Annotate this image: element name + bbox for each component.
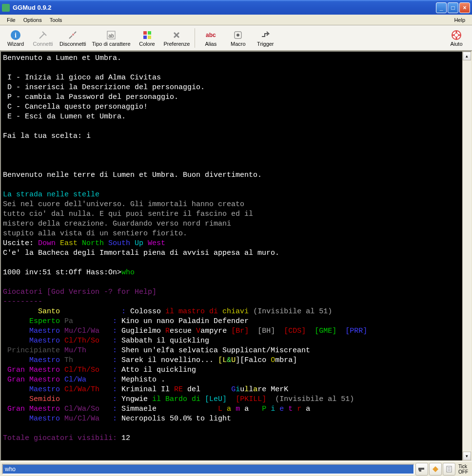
app-icon — [2, 4, 10, 12]
t: RE — [174, 385, 183, 394]
player-rank: Maestro — [3, 337, 64, 345]
menu-options[interactable]: Options — [20, 16, 46, 24]
t: chiavi — [222, 307, 253, 316]
trigger-button[interactable]: Trigger — [252, 28, 279, 48]
colon: : — [99, 366, 121, 374]
player-name: Mephisto . — [121, 376, 165, 384]
colon: : — [99, 415, 121, 423]
t: a — [306, 405, 310, 413]
svg-point-12 — [454, 33, 458, 37]
t: l — [249, 385, 253, 394]
disconnect-button[interactable]: Disconnetti — [57, 28, 89, 48]
t: [GME] — [315, 327, 336, 335]
connect-label: Connetti — [33, 41, 53, 47]
gun-button[interactable] — [415, 463, 428, 476]
terminal-output[interactable]: Benvenuto a Lumen et Umbra. I - Inizia i… — [1, 52, 462, 460]
menu-tools[interactable]: Tools — [46, 16, 66, 24]
scroll-track[interactable] — [463, 60, 471, 452]
disconnect-label: Disconnetti — [59, 41, 86, 47]
tick-line2: OFF — [458, 469, 468, 475]
t: (Invisibile al 51) — [271, 395, 354, 403]
player-class — [64, 307, 108, 316]
t: a — [253, 385, 257, 394]
terminal-pane: Benvenuto a Lumen et Umbra. I - Inizia i… — [0, 51, 472, 461]
who-sep: --------- — [3, 298, 42, 306]
player-rank: Maestro — [3, 356, 64, 364]
page-button[interactable] — [443, 463, 455, 476]
color-button[interactable]: Colore — [134, 28, 161, 48]
line: P - cambia la Password del personaggio. — [3, 93, 178, 101]
toolbar-separator — [195, 28, 195, 48]
macro-button[interactable]: Macro — [224, 28, 252, 48]
maximize-button[interactable]: □ — [448, 2, 458, 13]
t: [LeU] — [205, 395, 231, 403]
player-class: Cl/Th/So — [64, 366, 99, 374]
help-button[interactable]: Aiuto — [443, 28, 470, 48]
player-rank: Gran Maestro — [3, 405, 64, 413]
line: Benvenuto a Lumen et Umbra. — [3, 54, 121, 62]
t: [Br] — [231, 327, 249, 335]
player-name: Shen un'elfa selvatica Supplicant/Miscre… — [121, 346, 310, 355]
preferences-button[interactable]: Preferenze — [161, 28, 193, 48]
trigger-label: Trigger — [257, 41, 274, 47]
line: I - Inizia il gioco ad Alma Civitas — [3, 74, 161, 82]
player-rank: Maestro — [3, 385, 64, 394]
disconnect-icon — [67, 29, 79, 41]
exit: Down — [38, 239, 60, 248]
t: V — [196, 327, 200, 335]
colon: : — [99, 405, 121, 413]
colon: : — [73, 356, 121, 364]
status-prompt: 1000 inv:51 st:Off Hass:On> — [3, 268, 121, 277]
color-label: Colore — [139, 41, 155, 47]
line: Fai la tua scelta: i — [3, 132, 91, 140]
t — [306, 327, 315, 335]
svg-rect-5 — [143, 31, 147, 35]
t: U — [231, 356, 236, 364]
scroll-down-button[interactable]: ▾ — [463, 452, 471, 460]
colon: : — [86, 376, 121, 384]
font-icon: ab — [105, 29, 117, 41]
connect-button[interactable]: Connetti — [29, 28, 57, 48]
player-name: Necropolis 50.0% to light — [121, 415, 231, 423]
t: [CDS] — [284, 327, 306, 335]
player-class: Mu/Cl/Wa — [64, 415, 99, 423]
t: P — [262, 405, 271, 413]
who-header: Giocatori [God Version -? for Help] — [3, 288, 157, 296]
player-class: Cl/Th/So — [64, 337, 99, 345]
total-value: 12 — [121, 434, 130, 442]
line: tutto cio' dal nulla. E qui puoi sentire… — [3, 210, 253, 218]
scrollbar[interactable]: ▴ ▾ — [462, 52, 471, 460]
colon: : — [99, 327, 121, 335]
command-input[interactable] — [2, 464, 414, 475]
menubar: File Options Tools Help — [0, 15, 472, 25]
t: il mastro di — [165, 307, 222, 316]
scroll-up-button[interactable]: ▴ — [463, 52, 471, 60]
lifebuoy-icon — [451, 29, 462, 41]
preferences-label: Preferenze — [164, 41, 190, 47]
player-class — [64, 395, 108, 403]
minimize-button[interactable]: _ — [436, 2, 447, 13]
menu-help[interactable]: Help — [450, 16, 469, 24]
close-button[interactable]: × — [459, 2, 470, 13]
diamond-button[interactable] — [429, 463, 442, 476]
menu-file[interactable]: File — [3, 16, 20, 24]
preferences-icon — [171, 29, 182, 41]
wizard-button[interactable]: i Wizard — [2, 28, 29, 48]
alias-button[interactable]: abc Alias — [197, 28, 224, 48]
player-rank: Gran Maestro — [3, 376, 64, 384]
svg-text:i: i — [15, 32, 17, 39]
colon: : — [99, 337, 121, 345]
line: C - Cancella questo personaggio! — [3, 103, 148, 111]
trigger-icon — [259, 29, 271, 41]
player-rank: Esperto — [3, 317, 64, 325]
t: & — [227, 356, 231, 364]
player-class: Cl/Wa — [64, 376, 86, 384]
macro-icon — [232, 29, 244, 41]
player-class: Pa — [64, 317, 73, 325]
t: del — [183, 385, 231, 394]
t: [PRR] — [345, 327, 367, 335]
font-button[interactable]: ab Tipo di carattere — [89, 28, 133, 48]
player-class: Cl/Wa/Th — [64, 385, 99, 394]
t: l — [244, 385, 249, 394]
t: a — [227, 405, 236, 413]
